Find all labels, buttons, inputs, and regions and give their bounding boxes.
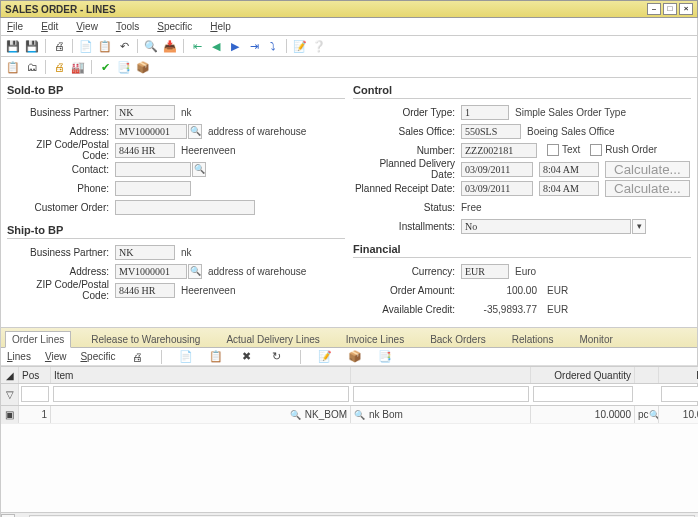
submenu-lines[interactable]: Lines — [7, 351, 31, 362]
undo-icon[interactable]: ↶ — [116, 38, 132, 54]
order-number-input[interactable] — [461, 143, 537, 158]
tab-actual[interactable]: Actual Delivery Lines — [220, 332, 325, 347]
print-order-icon[interactable]: 🖨 — [51, 59, 67, 75]
filter-item[interactable] — [53, 386, 349, 402]
addr-lookup-icon[interactable]: 🔍 — [188, 124, 202, 139]
help-icon[interactable]: ❔ — [311, 38, 327, 54]
filter-price[interactable] — [661, 386, 698, 402]
warehouse-icon[interactable]: 🏭 — [70, 59, 86, 75]
sub-print-icon[interactable]: 🖨 — [129, 349, 145, 365]
note-icon[interactable]: 📝 — [292, 38, 308, 54]
col-item[interactable]: Item — [51, 367, 351, 383]
rush-checkbox[interactable] — [590, 144, 602, 156]
filter-pos[interactable] — [21, 386, 49, 402]
planned-receipt-date-input[interactable] — [461, 181, 533, 196]
planned-delivery-time-input[interactable] — [539, 162, 599, 177]
tab-back[interactable]: Back Orders — [424, 332, 492, 347]
prev-icon[interactable]: ◀ — [208, 38, 224, 54]
zoom-icon[interactable]: 🔍 — [143, 38, 159, 54]
submenu-view[interactable]: View — [45, 351, 67, 362]
menu-specific[interactable]: Specific — [157, 21, 192, 32]
menu-tools[interactable]: Tools — [116, 21, 139, 32]
row-expand-icon[interactable]: ▣ — [1, 406, 19, 423]
status-value: Free — [461, 202, 482, 213]
new-icon[interactable]: 📄 — [78, 38, 94, 54]
sub-new-icon[interactable]: 📄 — [178, 349, 194, 365]
tab-invoice[interactable]: Invoice Lines — [340, 332, 410, 347]
close-icon[interactable]: × — [679, 3, 693, 15]
table-row[interactable]: ▣ 1 🔍NK_BOM 🔍nk Bom 10.0000 pc🔍 10.0000 — [1, 406, 698, 424]
text-checkbox[interactable] — [547, 144, 559, 156]
select-all-icon[interactable]: ◢ — [1, 367, 19, 383]
action-icon[interactable]: 📦 — [135, 59, 151, 75]
sub-more-icon[interactable]: 📑 — [377, 349, 393, 365]
sold-bp-input[interactable] — [115, 105, 175, 120]
scroll-left-icon[interactable]: ◀ — [1, 514, 15, 518]
uom-lookup-icon[interactable]: 🔍 — [649, 410, 659, 420]
ship-addr-lookup-icon[interactable]: 🔍 — [188, 264, 202, 279]
ship-zip-input[interactable] — [115, 283, 175, 298]
planned-receipt-time-input[interactable] — [539, 181, 599, 196]
minimize-icon[interactable]: – — [647, 3, 661, 15]
desc-lookup-icon[interactable]: 🔍 — [354, 410, 365, 420]
ship-addr-input[interactable] — [115, 264, 187, 279]
calculate-receipt-button[interactable]: Calculate... — [605, 180, 690, 197]
col-qty[interactable]: Ordered Quantity — [531, 367, 635, 383]
save-close-icon[interactable]: 💾 — [24, 38, 40, 54]
refresh-icon[interactable]: 📥 — [162, 38, 178, 54]
planned-delivery-date-input[interactable] — [461, 162, 533, 177]
sold-zip-desc: Heerenveen — [181, 145, 235, 156]
sub-action-icon[interactable]: 📦 — [347, 349, 363, 365]
last-icon[interactable]: ⇥ — [246, 38, 262, 54]
next-icon[interactable]: ▶ — [227, 38, 243, 54]
sub-copy-icon[interactable]: 📋 — [208, 349, 224, 365]
order-icon[interactable]: 📋 — [5, 59, 21, 75]
filter-icon[interactable]: ▽ — [1, 384, 19, 405]
sub-delete-icon[interactable]: ✖ — [238, 349, 254, 365]
tab-monitor[interactable]: Monitor — [573, 332, 618, 347]
filter-qty[interactable] — [533, 386, 633, 402]
sales-office-input[interactable] — [461, 124, 521, 139]
installments-select[interactable] — [461, 219, 631, 234]
sold-bp-desc: nk — [181, 107, 192, 118]
sold-zip-input[interactable] — [115, 143, 175, 158]
contact-lookup-icon[interactable]: 🔍 — [192, 162, 206, 177]
menu-file[interactable]: File — [7, 21, 23, 32]
menu-view[interactable]: View — [76, 21, 98, 32]
submenu-specific[interactable]: Specific — [80, 351, 115, 362]
control-heading: Control — [353, 82, 691, 99]
sold-phone-input[interactable] — [115, 181, 191, 196]
nav-down-icon[interactable]: ⤵ — [265, 38, 281, 54]
ship-bp-input[interactable] — [115, 245, 175, 260]
calculate-delivery-button[interactable]: Calculate... — [605, 161, 690, 178]
corder-label: Customer Order: — [7, 202, 115, 213]
tab-order-lines[interactable]: Order Lines — [5, 331, 71, 348]
menu-help[interactable]: Help — [210, 21, 231, 32]
cascade-icon[interactable]: 🗂 — [24, 59, 40, 75]
maximize-icon[interactable]: □ — [663, 3, 677, 15]
contact-label: Contact: — [7, 164, 115, 175]
item-lookup-icon[interactable]: 🔍 — [290, 410, 301, 420]
first-icon[interactable]: ⇤ — [189, 38, 205, 54]
menu-edit[interactable]: Edit — [41, 21, 58, 32]
print-icon[interactable]: 🖨 — [51, 38, 67, 54]
currency-input[interactable] — [461, 264, 509, 279]
col-price[interactable]: Price — [659, 367, 698, 383]
copy-order-icon[interactable]: 📑 — [116, 59, 132, 75]
save-icon[interactable]: 💾 — [5, 38, 21, 54]
installments-dropdown-icon[interactable]: ▾ — [632, 219, 646, 234]
zip-label: ZIP Code/Postal Code: — [7, 139, 115, 161]
tab-relations[interactable]: Relations — [506, 332, 560, 347]
order-type-input[interactable] — [461, 105, 509, 120]
col-pos[interactable]: Pos — [19, 367, 51, 383]
copy-icon[interactable]: 📋 — [97, 38, 113, 54]
approve-icon[interactable]: ✔ — [97, 59, 113, 75]
tab-release[interactable]: Release to Warehousing — [85, 332, 206, 347]
sub-refresh-icon[interactable]: ↻ — [268, 349, 284, 365]
sold-addr-input[interactable] — [115, 124, 187, 139]
window-title: SALES ORDER - LINES — [5, 4, 116, 15]
customer-order-input[interactable] — [115, 200, 255, 215]
filter-desc[interactable] — [353, 386, 529, 402]
sold-contact-input[interactable] — [115, 162, 191, 177]
sub-text-icon[interactable]: 📝 — [317, 349, 333, 365]
